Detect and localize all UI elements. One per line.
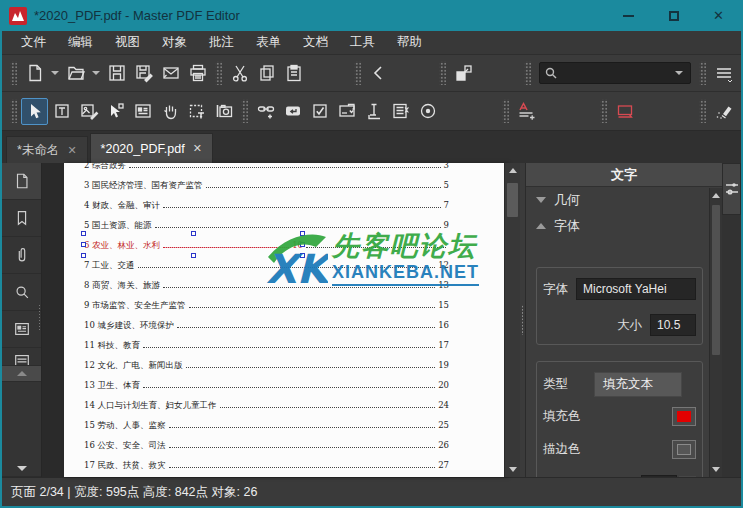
minimize-button[interactable] [606, 0, 651, 31]
select-text-button[interactable] [183, 98, 210, 125]
toolbar-grip[interactable] [699, 99, 706, 123]
panel-scrollbar[interactable] [709, 188, 722, 477]
section-geometry[interactable]: 几何 [526, 187, 709, 213]
toolbar-grip[interactable] [215, 61, 222, 85]
sidebar-attachments-button[interactable] [2, 237, 41, 274]
edit-forms-button[interactable] [102, 98, 129, 125]
selection-handle[interactable] [81, 231, 86, 236]
search-input[interactable] [558, 66, 672, 80]
font-size-field[interactable]: 10.5 [650, 314, 696, 336]
selection-handle[interactable] [191, 253, 196, 258]
list-field-button[interactable] [387, 98, 414, 125]
line-width-field[interactable]: 1 [641, 475, 677, 477]
edit-text-button[interactable] [48, 98, 75, 125]
stroke-color-swatch[interactable] [672, 440, 696, 459]
tab-close-icon[interactable]: ✕ [193, 142, 202, 155]
properties-toggle-tab[interactable] [722, 163, 741, 215]
menu-item-7[interactable]: 工具 [339, 31, 386, 54]
toolbar-grip[interactable] [10, 61, 17, 85]
toolbar-grip[interactable] [10, 99, 17, 123]
type-dropdown[interactable]: 填充文本 [594, 372, 682, 397]
toc-row[interactable]: 2 综合政务3 [84, 163, 449, 175]
pdf-page[interactable]: 2 综合政务33 国民经济管理、国有资产监管54 财政、金融、审计75 国土资源… [64, 163, 507, 477]
fill-color-swatch[interactable] [672, 407, 696, 426]
menu-item-3[interactable]: 对象 [151, 31, 198, 54]
more-menu-button[interactable] [710, 60, 737, 87]
toolbar-grip[interactable] [600, 99, 607, 123]
scrollbar-down-button[interactable] [505, 462, 520, 477]
panel-scrollbar-thumb[interactable] [712, 205, 720, 355]
menu-item-6[interactable]: 文档 [292, 31, 339, 54]
toc-row[interactable]: 9 市场监管、安全生产监管15 [84, 295, 449, 315]
sidebar-page-thumbnails-button[interactable] [2, 163, 41, 200]
section-font[interactable]: 字体 [526, 213, 709, 239]
eraser-button[interactable] [710, 98, 737, 125]
toolbar-grip[interactable] [524, 61, 531, 85]
new-document-button[interactable] [21, 60, 48, 87]
rectangle-annotation-button[interactable] [611, 98, 638, 125]
menu-item-5[interactable]: 表单 [245, 31, 292, 54]
toolbar-grip[interactable] [699, 61, 706, 85]
menu-item-4[interactable]: 批注 [198, 31, 245, 54]
email-button[interactable] [157, 60, 184, 87]
scrollbar-thumb[interactable] [507, 183, 518, 217]
cut-button[interactable] [226, 60, 253, 87]
sidebar-signatures-button[interactable] [2, 348, 41, 366]
selection-handle[interactable] [81, 253, 86, 258]
search-box[interactable] [539, 62, 691, 84]
toc-row[interactable]: 12 文化、广电、新闻出版19 [84, 355, 449, 375]
combobox-field-button[interactable] [333, 98, 360, 125]
toolbar-grip[interactable] [354, 61, 361, 85]
back-button[interactable] [365, 60, 392, 87]
toc-row[interactable]: 14 人口与计划生育、妇女儿童工作24 [84, 395, 449, 415]
radio-button-field-button[interactable] [414, 98, 441, 125]
checkbox-field-button[interactable] [306, 98, 333, 125]
save-button[interactable] [103, 60, 130, 87]
forms-manager-button[interactable] [129, 98, 156, 125]
toc-row[interactable]: 4 财政、金融、审计7 [84, 195, 449, 215]
toc-row[interactable]: 17 民政、扶贫、救灾27 [84, 455, 449, 475]
toolbar-grip[interactable] [241, 99, 248, 123]
toc-row[interactable]: 11 科技、教育17 [84, 335, 449, 355]
panel-scroll-down-button[interactable] [710, 462, 722, 477]
select-tool-button[interactable] [21, 98, 48, 125]
menu-item-0[interactable]: 文件 [10, 31, 57, 54]
open-document-dropdown-icon[interactable] [92, 71, 100, 75]
toc-row[interactable]: 10 城乡建设、环境保护16 [84, 315, 449, 335]
add-link-button[interactable] [252, 98, 279, 125]
close-button[interactable]: ✕ [696, 0, 741, 31]
toc-row[interactable]: 13 卫生、体育20 [84, 375, 449, 395]
tab-2020-pdf[interactable]: *2020_PDF.pdf ✕ [90, 133, 213, 163]
new-document-dropdown-icon[interactable] [51, 71, 59, 75]
menu-item-2[interactable]: 视图 [104, 31, 151, 54]
copy-button[interactable] [253, 60, 280, 87]
listbox-field-button[interactable] [360, 98, 387, 125]
open-document-button[interactable] [62, 60, 89, 87]
hand-tool-button[interactable] [156, 98, 183, 125]
menu-item-1[interactable]: 编辑 [57, 31, 104, 54]
edit-image-button[interactable] [75, 98, 102, 125]
save-as-button[interactable] [130, 60, 157, 87]
toolbar-grip[interactable] [502, 99, 509, 123]
toolbar-grip[interactable] [439, 61, 446, 85]
text-annotation-button[interactable] [513, 98, 540, 125]
scrollbar-up-button[interactable] [505, 163, 520, 178]
tab-close-icon[interactable]: ✕ [67, 144, 76, 157]
font-name-field[interactable]: Microsoft YaHei [576, 278, 696, 300]
sidebar-form-fields-button[interactable] [2, 311, 41, 348]
line-width-dropdown-button[interactable] [679, 476, 696, 478]
maximize-button[interactable] [651, 0, 696, 31]
selection-handle[interactable] [81, 242, 86, 247]
fit-page-button[interactable] [450, 60, 477, 87]
panel-scrollbar-track[interactable] [710, 203, 722, 462]
selection-handle[interactable] [191, 231, 196, 236]
menu-item-8[interactable]: 帮助 [386, 31, 433, 54]
sidebar-search-button[interactable] [2, 274, 41, 311]
sidebar-scroll-down-button[interactable] [2, 461, 41, 477]
text-field-button[interactable] [279, 98, 306, 125]
toc-row[interactable]: 18 民族、宗教28 [84, 475, 449, 477]
print-button[interactable] [184, 60, 211, 87]
sidebar-scroll-up-button[interactable] [2, 366, 41, 382]
tab-untitled[interactable]: *未命名 ✕ [6, 136, 88, 163]
toc-row[interactable]: 3 国民经济管理、国有资产监管5 [84, 175, 449, 195]
